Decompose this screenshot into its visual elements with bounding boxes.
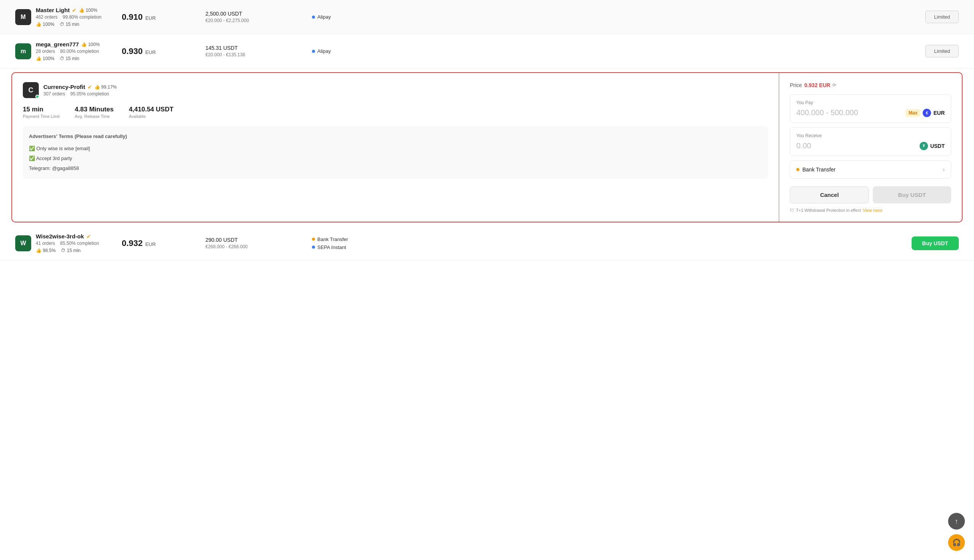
buy-usdt-button[interactable]: Buy USDT (912, 237, 959, 250)
payment-dot (312, 16, 315, 18)
featured-trader-name: Currency-Profit (43, 83, 85, 90)
cancel-button[interactable]: Cancel (790, 186, 869, 203)
trader-stats: 28 orders 80.00% completion (36, 49, 100, 54)
featured-like-badge: 👍 99.17% (94, 84, 117, 90)
price-header: Price 0.932 EUR ⟳ (790, 82, 951, 88)
available-stat: 4,410.54 USDT Available (129, 106, 174, 118)
payment-dot (312, 50, 315, 53)
featured-verified-icon: ✔ (87, 84, 92, 90)
trader-meta: 👍 100% ⏱ 15 min (36, 56, 100, 61)
like-badge: 👍 100% (79, 8, 97, 13)
avatar: m (15, 43, 31, 59)
receive-currency-pill: ₮ USDT (920, 142, 945, 150)
online-indicator (35, 95, 39, 98)
trader-name: Master Light (36, 7, 70, 13)
trader-name: mega_green777 (36, 41, 79, 48)
payment-dot (312, 238, 315, 241)
like-badge: 👍 100% (81, 42, 100, 47)
available-col: 290.00 USDT €268.000 - €268.000 (205, 237, 312, 249)
you-receive-box: You Receive 0.00 ₮ USDT (790, 127, 951, 156)
action-col: Limited (925, 11, 959, 23)
terms-box: Advertisers' Terms (Please read carefull… (23, 126, 768, 179)
payment-time-stat: 15 min Payment Time Limit (23, 106, 60, 118)
trader-list-top: M Master Light ✔ 👍 100% 462 orders 99.80… (0, 0, 974, 68)
verified-icon: ✔ (86, 233, 91, 240)
action-row: Cancel Buy USDT (790, 186, 951, 203)
shield-icon: 🛡 (790, 208, 794, 213)
verified-icon: ✔ (72, 7, 77, 13)
terms-item-3: Telegram: @gaga8858 (29, 164, 762, 173)
price-col: 0.932 EUR (122, 238, 205, 248)
payment-col: Alipay (312, 14, 388, 20)
trader-meta: 👍 98.5% ⏱ 15 min (36, 248, 99, 253)
trader-col: W Wise2wise-3rd-ok ✔ 41 orders 85.50% co… (15, 233, 122, 253)
limited-button[interactable]: Limited (925, 11, 959, 23)
trader-row: m mega_green777 👍 100% 28 orders 80.00% … (0, 34, 974, 68)
buy-usdt-button[interactable]: Buy USDT (873, 186, 951, 203)
refresh-icon[interactable]: ⟳ (832, 82, 836, 88)
trader-col: m mega_green777 👍 100% 28 orders 80.00% … (15, 41, 122, 61)
chevron-right-icon: › (943, 166, 945, 173)
trader-meta: 👍 100% ⏱ 15 min (36, 22, 102, 27)
limited-button[interactable]: Limited (925, 45, 959, 57)
pay-currency-pill: Max € EUR (906, 109, 945, 117)
featured-price-value: 0.932 EUR (804, 82, 830, 88)
action-col: Buy USDT (912, 237, 959, 250)
trader-row: M Master Light ✔ 👍 100% 462 orders 99.80… (0, 0, 974, 34)
price-col: 0.930 EUR (122, 47, 205, 56)
featured-left-panel: C Currency-Profit ✔ 👍 99.17% 307 orders (12, 73, 779, 222)
payment-method-label: Bank Transfer (802, 167, 835, 173)
receive-amount: 0.00 (796, 142, 811, 150)
featured-right-panel: Price 0.932 EUR ⟳ You Pay 400.000 - 500.… (779, 73, 962, 222)
featured-stats-row: 15 min Payment Time Limit 4.83 Minutes A… (23, 106, 768, 118)
payment-method-dot (796, 168, 799, 171)
featured-listing: C Currency-Profit ✔ 👍 99.17% 307 orders (12, 72, 962, 222)
payment-col: Bank Transfer SEPA Instant (312, 237, 388, 250)
featured-trader-stats: 307 orders 95.05% completion (43, 91, 117, 97)
available-col: 145.31 USDT €20.000 - €135.138 (205, 45, 312, 57)
payment-col: Alipay (312, 48, 388, 54)
pay-amount: 400.000 - 500.000 (796, 108, 858, 117)
view-more-link[interactable]: View more (863, 208, 883, 213)
payment-method-select[interactable]: Bank Transfer › (790, 160, 951, 179)
avatar: W (15, 235, 31, 251)
featured-avatar: C (23, 82, 39, 98)
price-col: 0.910 EUR (122, 12, 205, 22)
trader-info: m mega_green777 👍 100% 28 orders 80.00% … (15, 41, 122, 61)
avatar: M (15, 9, 31, 25)
max-button[interactable]: Max (906, 109, 921, 117)
trader-stats: 462 orders 99.80% completion (36, 15, 102, 20)
trader-col: M Master Light ✔ 👍 100% 462 orders 99.80… (15, 7, 122, 27)
trader-info: M Master Light ✔ 👍 100% 462 orders 99.80… (15, 7, 122, 27)
terms-item-1: ✅ Only wise is wise [email] (29, 145, 762, 153)
usdt-icon: ₮ (920, 142, 928, 150)
payment-dot-2 (312, 246, 315, 248)
trader-row: W Wise2wise-3rd-ok ✔ 41 orders 85.50% co… (0, 226, 974, 260)
protection-note: 🛡 T+1 Withdrawal Protection in effect Vi… (790, 208, 951, 213)
eur-icon: € (923, 109, 931, 117)
trader-info: W Wise2wise-3rd-ok ✔ 41 orders 85.50% co… (15, 233, 122, 253)
available-col: 2,500.00 USDT €20.000 - €2,275.000 (205, 11, 312, 23)
avg-release-stat: 4.83 Minutes Avg. Release Time (75, 106, 114, 118)
trader-name: Wise2wise-3rd-ok (36, 233, 84, 240)
terms-item-2: ✅ Accept 3rd party (29, 154, 762, 163)
you-pay-box: You Pay 400.000 - 500.000 Max € EUR (790, 94, 951, 123)
trader-stats: 41 orders 85.50% completion (36, 241, 99, 246)
action-col: Limited (925, 45, 959, 57)
